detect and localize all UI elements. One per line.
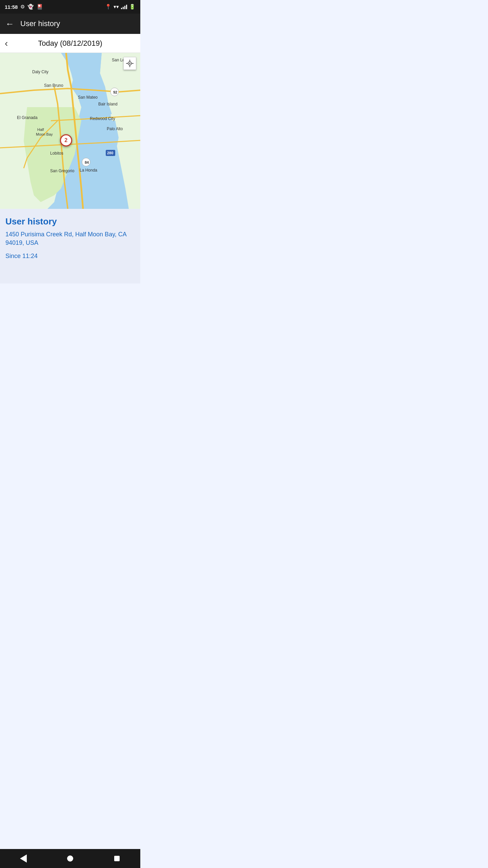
svg-text:San Bruno: San Bruno [44,83,63,88]
svg-text:La Honda: La Honda [80,168,97,173]
svg-text:Moon Bay: Moon Bay [36,132,53,136]
card-icon: 🎴 [37,4,43,10]
ghost-icon: 👻 [27,4,34,10]
info-title: User history [5,216,135,227]
crosshair-icon [126,60,134,67]
svg-text:84: 84 [85,160,89,164]
date-text: Today (08/12/2019) [38,39,102,48]
map-marker[interactable]: 2 [60,134,72,146]
svg-text:Lobitos: Lobitos [50,151,63,156]
status-time: 11:58 [5,4,18,10]
status-right: 📍 ▾▾ 🔋 [105,4,136,10]
nav-back-button[interactable]: ← [5,19,14,28]
info-since: Since 11:24 [5,253,135,260]
nav-bar: ← User history [0,14,140,34]
svg-text:Redwood City: Redwood City [90,116,115,121]
date-back-button[interactable]: ‹ [5,38,8,49]
date-bar: ‹ Today (08/12/2019) [0,34,140,53]
svg-text:San Mateo: San Mateo [78,95,98,100]
map-container[interactable]: San Leandro Daly City San Bruno San Mate… [0,53,140,209]
svg-text:Half: Half [37,127,44,132]
svg-text:Daly City: Daly City [32,70,48,74]
wifi-icon: ▾▾ [114,4,119,10]
status-bar: 11:58 ⚙ 👻 🎴 📍 ▾▾ 🔋 [0,0,140,14]
info-panel: User history 1450 Purisima Creek Rd, Hal… [0,209,140,283]
svg-text:San Gregorio: San Gregorio [50,169,75,173]
svg-text:Palo Alto: Palo Alto [107,126,123,131]
signal-icon [121,4,127,9]
location-button[interactable] [123,57,136,70]
battery-icon: 🔋 [129,4,136,10]
map-svg: San Leandro Daly City San Bruno San Mate… [0,53,140,209]
info-address: 1450 Purisima Creek Rd, Half Moon Bay, C… [5,230,135,247]
status-left: 11:58 ⚙ 👻 🎴 [5,4,43,10]
svg-text:280: 280 [107,151,113,155]
svg-text:El Granada: El Granada [17,115,38,120]
svg-text:Bair Island: Bair Island [98,102,118,106]
svg-text:92: 92 [113,90,117,94]
settings-icon: ⚙ [20,4,25,10]
svg-point-21 [129,63,130,64]
location-pin-icon: 📍 [105,4,111,10]
nav-title: User history [20,19,60,28]
marker-number: 2 [60,134,72,146]
